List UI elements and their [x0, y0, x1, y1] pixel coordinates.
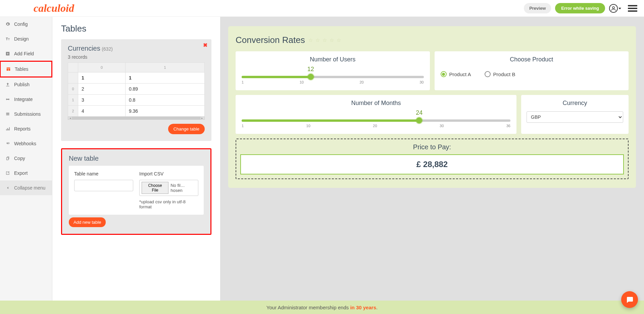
sidebar-item-integrate[interactable]: Integrate — [0, 92, 52, 107]
sidebar-label: Copy — [14, 156, 25, 161]
row-idx: 1 — [68, 95, 78, 106]
table-row[interactable]: 1 3 0.8 — [68, 95, 205, 106]
preview-card: Conversion Rates ☆ ☆ ☆ ☆ ☆ Number of Use… — [228, 26, 636, 188]
header-cell[interactable]: 1 — [125, 72, 204, 84]
footer: Your Administrator membership ends in 30… — [0, 301, 644, 314]
close-icon[interactable]: ✖ — [203, 42, 207, 48]
sidebar-item-design[interactable]: Design — [0, 32, 52, 46]
radio-checked-icon — [441, 71, 447, 77]
tick: 10 — [306, 124, 310, 128]
tick: 20 — [359, 80, 363, 84]
widget-title: Number of Months — [241, 100, 511, 107]
cell[interactable]: 4 — [78, 106, 126, 117]
sidebar-item-publish[interactable]: Publish — [0, 77, 52, 92]
tick: 36 — [506, 124, 510, 128]
top-actions: Preview Error while saving — [524, 3, 637, 13]
cell[interactable]: 2 — [78, 84, 126, 95]
sidebar-item-webhooks[interactable]: Webhooks — [0, 136, 52, 151]
slider-value: 12 — [307, 66, 314, 73]
list-icon — [5, 112, 10, 116]
widget-title: Choose Product — [440, 56, 624, 63]
sidebar-label: Reports — [14, 126, 31, 132]
left-pane: Tables ✖ Currencies (632) 3 records 0 1 — [52, 17, 220, 314]
sidebar-item-collapse[interactable]: Collapse menu — [0, 180, 52, 195]
tick: 20 — [373, 124, 377, 128]
sidebar-item-export[interactable]: Export — [0, 166, 52, 180]
choose-file-button[interactable]: Choose File — [142, 182, 168, 194]
copy-icon — [5, 156, 10, 161]
cell[interactable]: 0.89 — [125, 84, 204, 95]
link-icon — [5, 141, 10, 146]
chat-button[interactable] — [621, 291, 638, 308]
tick: 10 — [300, 80, 304, 84]
add-new-table-button[interactable]: Add new table — [69, 217, 106, 227]
table-h-scrollbar[interactable] — [68, 116, 205, 120]
cell[interactable]: 0.8 — [125, 95, 204, 106]
currencies-panel: ✖ Currencies (632) 3 records 0 1 1 — [61, 39, 211, 141]
col-header: 1 — [125, 63, 204, 72]
preview-button[interactable]: Preview — [524, 3, 551, 13]
arrows-icon — [5, 97, 10, 102]
sidebar-label: Design — [14, 36, 29, 42]
star-rating[interactable]: ☆ ☆ ☆ ☆ ☆ — [308, 37, 342, 43]
preview-title: Conversion Rates — [236, 35, 305, 45]
new-table-form: Table name Import CSV Choose File No fil… — [69, 166, 204, 215]
bars-icon — [5, 126, 10, 131]
users-widget: Number of Users 12 1 10 20 30 — [236, 51, 430, 90]
user-icon — [610, 5, 616, 11]
plus-square-icon — [5, 51, 10, 56]
row-idx — [68, 72, 78, 84]
tick: 30 — [440, 124, 444, 128]
sidebar-item-config[interactable]: Config — [0, 17, 52, 32]
sidebar-label: Publish — [14, 82, 30, 87]
cell[interactable]: 3 — [78, 95, 126, 106]
sidebar-item-reports[interactable]: Reports — [0, 121, 52, 136]
table-icon — [6, 67, 11, 71]
sidebar-item-tables[interactable]: Tables — [0, 61, 52, 77]
radio-product-a[interactable]: Product A — [441, 71, 471, 77]
logo: calculoid — [34, 2, 74, 14]
price-label: Price to Pay: — [240, 143, 624, 151]
right-pane: Conversion Rates ☆ ☆ ☆ ☆ ☆ Number of Use… — [220, 17, 644, 314]
product-widget: Choose Product Product A Product B — [435, 51, 629, 90]
slider-value: 24 — [416, 109, 423, 116]
import-csv-label: Import CSV — [139, 171, 198, 176]
chevron-left-icon — [5, 186, 10, 190]
file-input[interactable]: Choose File No fil…hosen — [139, 180, 198, 196]
sidebar-item-copy[interactable]: Copy — [0, 151, 52, 166]
user-menu[interactable] — [609, 4, 618, 13]
table-name-input[interactable] — [74, 180, 133, 191]
row-idx: 2 — [68, 106, 78, 117]
sidebar-label: Add Field — [14, 51, 34, 56]
sidebar-label: Config — [14, 21, 28, 27]
hamburger-menu[interactable] — [628, 4, 637, 13]
tick: 30 — [419, 80, 424, 84]
sidebar-label: Integrate — [14, 97, 33, 102]
sidebar-item-submissions[interactable]: Submissions — [0, 107, 52, 121]
panel-count: (632) — [102, 46, 113, 52]
cell[interactable]: 9.36 — [125, 106, 204, 117]
currency-select[interactable]: GBP — [527, 111, 623, 123]
months-slider[interactable]: 24 1 10 20 30 36 — [241, 111, 511, 128]
radio-label: Product B — [493, 71, 515, 77]
sidebar-item-add-field[interactable]: Add Field — [0, 46, 52, 61]
chat-icon — [626, 296, 634, 304]
widget-title: Number of Users — [241, 56, 425, 63]
tick: 1 — [242, 124, 244, 128]
error-while-saving-button[interactable]: Error while saving — [555, 3, 605, 13]
page-title: Tables — [61, 23, 211, 34]
price-value: £ 28,882 — [240, 154, 624, 174]
export-icon — [5, 171, 10, 175]
users-slider[interactable]: 12 1 10 20 30 — [241, 68, 425, 84]
table-row[interactable]: 2 4 9.36 — [68, 106, 205, 117]
header-cell[interactable]: 1 — [78, 72, 126, 84]
gear-icon — [5, 22, 10, 27]
sidebar-label: Export — [14, 170, 28, 176]
panel-title: Currencies — [68, 45, 100, 52]
radio-product-b[interactable]: Product B — [485, 71, 515, 77]
change-table-button[interactable]: Change table — [168, 124, 205, 134]
currencies-table[interactable]: 0 1 1 1 0 2 0.89 — [68, 62, 205, 117]
records-label: 3 records — [68, 54, 205, 60]
topbar: calculoid Preview Error while saving — [0, 0, 644, 17]
table-row[interactable]: 0 2 0.89 — [68, 84, 205, 95]
